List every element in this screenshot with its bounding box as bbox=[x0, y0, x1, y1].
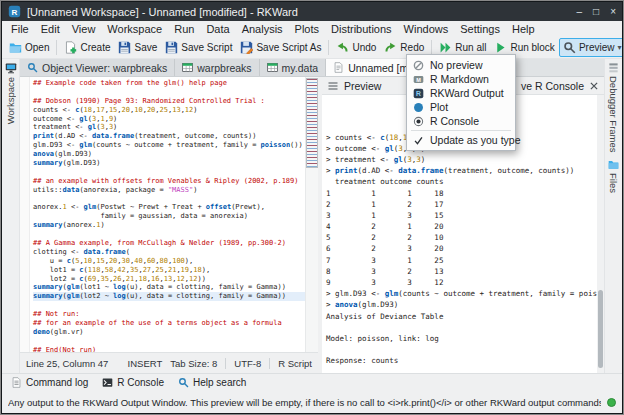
code-line[interactable]: treatment <- gl(3,3) bbox=[33, 123, 305, 132]
code-line[interactable]: u = c(5,10,15,20,30,40,60,80,100), bbox=[33, 257, 305, 266]
console-line: 9 3 3 12 bbox=[326, 277, 595, 288]
menu-item-r-console[interactable]: R Console bbox=[407, 114, 515, 128]
command-log-icon bbox=[11, 377, 22, 388]
tab-object-viewer-warpbreaks[interactable]: Object Viewer: warpbreaks bbox=[20, 59, 175, 76]
menu-workspace[interactable]: Workspace bbox=[101, 22, 168, 36]
code-line[interactable] bbox=[33, 301, 305, 310]
menu-distributions[interactable]: Distributions bbox=[325, 22, 398, 36]
plot-icon bbox=[413, 102, 424, 113]
editor-minimap-scrollbar[interactable] bbox=[305, 77, 318, 352]
console-scrollbar-thumb[interactable] bbox=[598, 290, 603, 368]
console-line: 8 3 2 13 bbox=[326, 266, 595, 277]
document-area: Object Viewer: warpbreakswarpbreaksmy.da… bbox=[20, 59, 604, 373]
maximize-button[interactable]: □ bbox=[593, 7, 599, 17]
code-line[interactable]: anorex.1 <- glm(Postwt ~ Prewt + Treat +… bbox=[33, 203, 305, 212]
console-line: > print(d.AD <- data.frame(treatment, ou… bbox=[326, 165, 595, 176]
menu-plots[interactable]: Plots bbox=[289, 22, 325, 36]
code-line[interactable] bbox=[33, 168, 305, 177]
save-script-as-button[interactable]: Save Script As bbox=[236, 38, 325, 57]
workspace-icon bbox=[5, 62, 17, 74]
code-line[interactable]: print(d.AD <- data.frame(treatment, outc… bbox=[33, 132, 305, 141]
console-line: treatment outcome counts bbox=[326, 176, 595, 187]
code-line[interactable]: outcome <- gl(3,1,9) bbox=[33, 115, 305, 124]
console-line: 2 1 2 17 bbox=[326, 199, 595, 210]
menu-settings[interactable]: Settings bbox=[454, 22, 506, 36]
code-line[interactable]: summary(glm.D93) bbox=[33, 159, 305, 168]
menu-item-update-as-you-type[interactable]: Update as you type bbox=[407, 133, 515, 147]
code-line[interactable]: ## an example with offsets from Venables… bbox=[33, 177, 305, 186]
tab-label: my.data bbox=[282, 62, 319, 74]
code-line[interactable]: ## for an example of the use of a terms … bbox=[33, 319, 305, 328]
menu-item-r-markdown[interactable]: MR Markdown bbox=[407, 72, 515, 86]
document-icon bbox=[333, 62, 344, 73]
code-line[interactable] bbox=[33, 195, 305, 204]
save-as-icon bbox=[240, 41, 253, 54]
preview-button[interactable]: Preview▾ bbox=[559, 38, 622, 57]
table-icon bbox=[267, 62, 278, 73]
tool-button-help-search[interactable]: Help search bbox=[172, 376, 252, 389]
console-line: Response: counts bbox=[326, 355, 595, 366]
rkward-window: R [Unnamed Workspace] - Unnamed [modifie… bbox=[1, 1, 623, 414]
tool-button-debugger-frames[interactable]: Debugger Frames bbox=[608, 62, 619, 153]
highlight-mode[interactable]: R Script bbox=[278, 358, 312, 369]
menu-edit[interactable]: Edit bbox=[35, 22, 66, 36]
code-line[interactable]: ## A Gamma example, from McCullagh & Nel… bbox=[33, 239, 305, 248]
tab-size[interactable]: Tab Size: 8 bbox=[170, 358, 217, 369]
console-line: Analysis of Deviance Table bbox=[326, 311, 595, 322]
code-line[interactable]: demo(glm.vr) bbox=[33, 328, 305, 337]
encoding[interactable]: UTF-8 bbox=[234, 358, 261, 369]
code-line[interactable]: summary(glm(lot2 ~ log(u), data = clotti… bbox=[33, 292, 305, 301]
tool-button-command-log[interactable]: Command log bbox=[5, 376, 94, 389]
tool-button-r-console[interactable]: R Console bbox=[96, 376, 170, 389]
code-line[interactable] bbox=[33, 337, 305, 346]
undo-button[interactable]: Undo bbox=[332, 38, 380, 57]
menu-windows[interactable]: Windows bbox=[398, 22, 455, 36]
code-line[interactable]: lot1 = c(118,58,42,35,27,25,21,19,18), bbox=[33, 266, 305, 275]
close-preview-icon[interactable] bbox=[589, 81, 599, 91]
menu-help[interactable]: Help bbox=[506, 22, 541, 36]
button-label: R Console bbox=[117, 377, 164, 388]
toolbar-separator bbox=[431, 40, 432, 55]
code-line[interactable]: ## Not run: bbox=[33, 310, 305, 319]
menu-analysis[interactable]: Analysis bbox=[236, 22, 289, 36]
close-button[interactable]: × bbox=[610, 7, 616, 17]
code-line[interactable]: family = gaussian, data = anorexia) bbox=[33, 212, 305, 221]
tool-button-workspace[interactable]: Workspace bbox=[5, 62, 17, 124]
save-button[interactable]: Save bbox=[114, 38, 161, 57]
input-mode[interactable]: INSERT bbox=[128, 358, 163, 369]
menu-data[interactable]: Data bbox=[200, 22, 235, 36]
code-line[interactable]: lot2 = c(69,35,26,21,18,16,13,12,12)) bbox=[33, 275, 305, 284]
preview-menu-icon[interactable] bbox=[327, 80, 339, 92]
code-line[interactable]: summary(glm(lot1 ~ log(u), data = clotti… bbox=[33, 283, 305, 292]
create-button[interactable]: Create bbox=[60, 38, 114, 57]
code-line[interactable]: counts <- c(18,17,15,20,10,20,25,13,12) bbox=[33, 106, 305, 115]
code-line[interactable]: summary(anorex.1) bbox=[33, 221, 305, 230]
code-line[interactable]: ## Example code taken from the glm() hel… bbox=[33, 79, 305, 88]
minimize-button[interactable]: – bbox=[577, 7, 583, 17]
console-scrollbar[interactable] bbox=[597, 95, 604, 373]
code-line[interactable] bbox=[33, 88, 305, 97]
menu-item-label: RKWard Output bbox=[430, 87, 504, 99]
menu-item-plot[interactable]: Plot bbox=[407, 100, 515, 114]
menu-item-no-preview[interactable]: No preview bbox=[407, 58, 515, 72]
titlebar: R [Unnamed Workspace] - Unnamed [modifie… bbox=[2, 2, 622, 21]
tab-my-data[interactable]: my.data bbox=[260, 59, 327, 76]
code-line[interactable]: glm.D93 <- glm(counts ~ outcome + treatm… bbox=[33, 141, 305, 150]
code-line[interactable]: ## Dobson (1990) Page 93: Randomized Con… bbox=[33, 97, 305, 106]
code-line[interactable] bbox=[33, 230, 305, 239]
toolbar-separator bbox=[56, 40, 57, 55]
code-line[interactable]: utils::data(anorexia, package = "MASS") bbox=[33, 186, 305, 195]
button-label: Undo bbox=[352, 42, 376, 53]
code-line[interactable]: anova(glm.D93) bbox=[33, 150, 305, 159]
script-editor[interactable]: ## Example code taken from the glm() hel… bbox=[30, 77, 305, 352]
tab-warpbreaks[interactable]: warpbreaks bbox=[175, 59, 259, 76]
menu-file[interactable]: File bbox=[5, 22, 35, 36]
tool-button-files[interactable]: Files bbox=[608, 159, 619, 193]
menu-view[interactable]: View bbox=[66, 22, 102, 36]
menu-item-rkward-output[interactable]: RRKWard Output bbox=[407, 86, 515, 100]
script-editor-pane: ## Example code taken from the glm() hel… bbox=[20, 77, 318, 373]
save-script-button[interactable]: Save Script bbox=[161, 38, 236, 57]
open-button[interactable]: Open bbox=[5, 38, 53, 57]
code-line[interactable]: clotting <- data.frame( bbox=[33, 248, 305, 257]
menu-run[interactable]: Run bbox=[168, 22, 200, 36]
